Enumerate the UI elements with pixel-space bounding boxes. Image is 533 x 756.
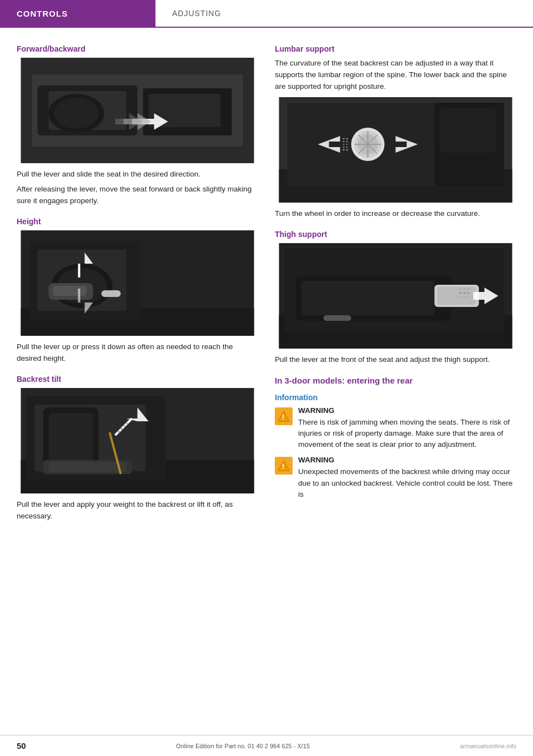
svg-rect-62 bbox=[438, 287, 476, 305]
warning-1-content: WARNING There is risk of jamming when mo… bbox=[298, 406, 516, 451]
warning-icon-2: ! bbox=[275, 457, 293, 475]
svg-text:!: ! bbox=[282, 413, 284, 421]
in-3door-title: In 3-door models: entering the rear bbox=[275, 376, 516, 385]
svg-point-7 bbox=[54, 98, 99, 129]
main-content: Forward/backward Pull the lever and slid… bbox=[0, 28, 533, 536]
svg-text:!: ! bbox=[282, 462, 284, 471]
lumbar-support-title: Lumbar support bbox=[275, 44, 516, 53]
lumbar-support-image bbox=[275, 97, 516, 203]
backrest-tilt-title: Backrest tilt bbox=[17, 375, 258, 384]
height-image bbox=[17, 230, 258, 336]
adjusting-label: ADJUSTING bbox=[172, 9, 221, 18]
svg-rect-31 bbox=[49, 462, 127, 472]
thigh-support-title: Thigh support bbox=[275, 230, 516, 239]
thigh-support-caption: Pull the lever at the front of the seat … bbox=[275, 354, 516, 366]
lumbar-support-caption: Turn the wheel in order to increase or d… bbox=[275, 208, 516, 220]
height-title: Height bbox=[17, 217, 258, 226]
backrest-tilt-text: Pull the lever and apply your weight to … bbox=[17, 499, 258, 522]
svg-rect-60 bbox=[301, 281, 435, 315]
footer-watermark: armanualsonline.info bbox=[460, 743, 516, 749]
page-number: 50 bbox=[17, 741, 26, 750]
page-footer: 50 Online Edition for Part no. 01 40 2 9… bbox=[0, 735, 533, 756]
warning-2-text: Unexpected movements of the backrest whi… bbox=[298, 466, 516, 500]
controls-label: CONTROLS bbox=[17, 9, 68, 18]
warning-2-title: WARNING bbox=[298, 456, 516, 464]
svg-rect-18 bbox=[53, 286, 87, 296]
svg-rect-67 bbox=[324, 315, 351, 321]
warning-box-2: ! WARNING Unexpected movements of the ba… bbox=[275, 456, 516, 500]
forward-backward-image bbox=[17, 58, 258, 163]
warning-2-content: WARNING Unexpected movements of the back… bbox=[298, 456, 516, 500]
warning-icon-1: ! bbox=[275, 407, 293, 425]
footer-center-text: Online Edition for Part no. 01 40 2 964 … bbox=[176, 743, 310, 749]
forward-backward-text1: Pull the lever and slide the seat in the… bbox=[17, 169, 258, 180]
warning-1-title: WARNING bbox=[298, 406, 516, 415]
right-column: Lumbar support The curvature of the seat… bbox=[275, 39, 516, 525]
forward-backward-text2: After releasing the lever, move the seat… bbox=[17, 184, 258, 207]
information-subtitle: Information bbox=[275, 393, 516, 402]
height-text: Pull the lever up or press it down as of… bbox=[17, 341, 258, 365]
backrest-tilt-image bbox=[17, 388, 258, 493]
svg-rect-19 bbox=[102, 290, 121, 297]
controls-tab: CONTROLS bbox=[0, 0, 155, 27]
adjusting-tab: ADJUSTING bbox=[155, 0, 238, 27]
lumbar-support-text: The curvature of the seat backrest can b… bbox=[275, 58, 516, 93]
forward-backward-title: Forward/backward bbox=[17, 44, 258, 53]
left-column: Forward/backward Pull the lever and slid… bbox=[17, 39, 258, 525]
page-header: CONTROLS ADJUSTING bbox=[0, 0, 533, 28]
warning-box-1: ! WARNING There is risk of jamming when … bbox=[275, 406, 516, 451]
svg-rect-41 bbox=[440, 108, 496, 153]
warning-1-text: There is risk of jamming when moving the… bbox=[298, 417, 516, 451]
thigh-support-image bbox=[275, 243, 516, 349]
